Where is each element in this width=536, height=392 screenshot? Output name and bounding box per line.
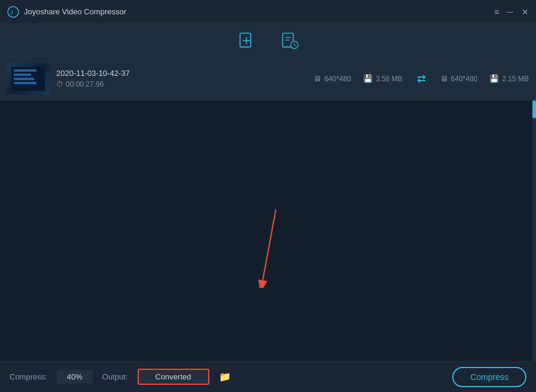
add-file-icon [237,31,256,50]
output-size: 💾 2.15 MB [489,74,529,83]
history-icon [280,31,299,50]
file-size-icon: 💾 [363,74,373,83]
folder-icon[interactable]: 📁 [219,371,231,382]
svg-rect-2 [240,33,251,47]
file-meta: 🖥 640*480 💾 3.58 MB ⇄ 🖥 640*480 💾 2.15 M… [313,72,529,85]
output-resolution: 🖥 640*480 [440,74,478,83]
annotation-arrow-icon [232,204,304,288]
bottom-bar: Compress: 40% Output: Converted 📁 Compre… [0,361,536,392]
title-bar-controls: ≡ ─ ✕ [494,8,529,16]
compress-value[interactable]: 40% [57,370,93,384]
close-button[interactable]: ✕ [522,8,529,16]
file-duration: ⏱ 00:00:27.96 [56,80,306,88]
svg-text:J: J [10,10,13,16]
scroll-indicator[interactable] [532,100,536,361]
file-thumbnail [7,63,49,94]
arrow-annotation [232,204,304,288]
title-bar-left: J Joyoshare Video Compressor [7,6,126,18]
clock-icon: ⏱ [56,80,63,88]
compress-button[interactable]: Compress [452,367,526,387]
output-label: Output: [102,372,128,381]
main-content [0,100,536,361]
svg-point-0 [8,7,19,17]
convert-arrow-icon: ⇄ [417,72,426,85]
menu-button[interactable]: ≡ [494,8,499,16]
app-logo-icon: J [7,6,19,18]
add-file-button[interactable] [237,31,256,50]
minimize-button[interactable]: ─ [507,8,513,16]
output-monitor-icon: 🖥 [440,74,448,83]
file-list-item: 2020-11-03-10-42-37 ⏱ 00:00:27.96 🖥 640*… [0,57,536,100]
svg-line-10 [263,210,276,280]
file-info: 2020-11-03-10-42-37 ⏱ 00:00:27.96 [56,69,306,88]
title-bar: J Joyoshare Video Compressor ≡ ─ ✕ [0,0,536,24]
output-file-size-icon: 💾 [489,74,499,83]
history-button[interactable] [280,31,299,50]
source-size: 💾 3.58 MB [363,74,403,83]
compress-label: Compress: [10,372,47,381]
scroll-thumb [532,100,536,118]
monitor-icon: 🖥 [313,74,321,83]
app-title: Joyoshare Video Compressor [24,7,126,16]
output-value[interactable]: Converted [138,369,209,385]
file-name: 2020-11-03-10-42-37 [56,69,306,78]
source-resolution: 🖥 640*480 [313,74,351,83]
toolbar [0,24,536,57]
